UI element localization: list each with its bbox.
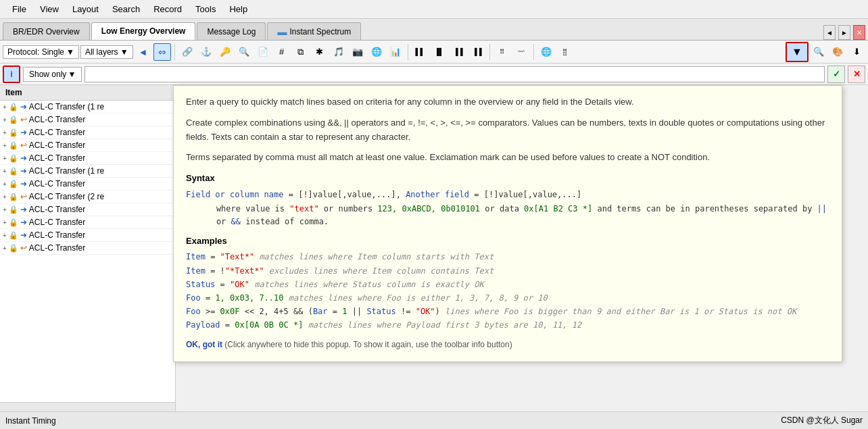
arrow-icon: ➜ (20, 166, 27, 176)
toolbar-doc-btn[interactable]: 📄 (254, 43, 272, 61)
expand-icon[interactable]: + (3, 168, 7, 175)
tab-nav-prev[interactable]: ◄ (823, 25, 836, 40)
arrow-icon: ➜ (20, 218, 27, 227)
query-help-popup[interactable]: Enter a query to quickly match lines bas… (173, 85, 842, 362)
toolbar-globe2-btn[interactable]: 🌐 (537, 43, 555, 61)
nav-back-btn[interactable]: ◄ (135, 43, 152, 61)
toolbar-table-btn[interactable]: 📊 (387, 43, 404, 61)
tab-message-log[interactable]: Message Log (197, 22, 266, 40)
table-row[interactable]: + 🔒 ➜ ACL-C Transfer (0, 203, 175, 216)
toolbar-dots-btn[interactable]: ⣿ (556, 43, 574, 61)
example-4: Foo = 1, 0x03, 7..10 matches lines where… (186, 292, 829, 305)
row-text: ACL-C Transfer (29, 230, 85, 240)
toolbar-filter-btn[interactable]: ▼ (786, 42, 809, 62)
filter-cancel-btn[interactable]: ✕ (848, 66, 865, 83)
toolbar-paint-btn[interactable]: 🎨 (829, 43, 846, 61)
filter-info-btn[interactable]: i (3, 66, 20, 83)
expand-icon[interactable]: + (3, 219, 7, 226)
syntax-title: Syntax (186, 172, 829, 186)
toolbar-asterisk-btn[interactable]: ✱ (311, 43, 329, 61)
toolbar-search-btn[interactable]: 🔍 (235, 43, 253, 61)
expand-icon[interactable]: + (3, 116, 7, 124)
popup-para-1: Enter a query to quickly match lines bas… (186, 95, 829, 109)
expand-icon[interactable]: + (3, 180, 7, 188)
tab-instant-spectrum[interactable]: ▬ Instant Spectrum (267, 22, 361, 40)
table-row[interactable]: + 🔒 ➜ ACL-C Transfer (0, 216, 175, 229)
lock-icon: 🔒 (9, 218, 18, 227)
toolbar-key-btn[interactable]: 🔑 (216, 43, 234, 61)
filter-ok-btn[interactable]: ✓ (827, 66, 845, 83)
expand-icon[interactable]: + (3, 193, 7, 201)
tab-nav-next[interactable]: ► (838, 25, 850, 40)
show-only-dropdown[interactable]: Show only ▼ (23, 67, 82, 82)
tab-low-energy-overview[interactable]: Low Energy Overview (91, 22, 196, 40)
show-only-label: Show only (29, 70, 66, 79)
table-row[interactable]: + 🔒 ➜ ACL-C Transfer (1 re (0, 101, 175, 113)
toolbar-dotgrid-btn[interactable]: ⠿ (493, 43, 511, 61)
toolbar-copy-btn[interactable]: ⧉ (292, 43, 310, 61)
expand-icon[interactable]: + (3, 245, 7, 252)
toolbar-anchor-btn[interactable]: ⚓ (197, 43, 215, 61)
toolbar-sep-3 (489, 44, 490, 60)
lock-icon: 🔒 (9, 244, 18, 253)
toolbar-globe-btn[interactable]: 🌐 (368, 43, 385, 61)
expand-icon[interactable]: + (3, 142, 7, 149)
expand-icon[interactable]: + (3, 206, 7, 213)
toolbar-search2-btn[interactable]: 🔍 (810, 43, 827, 61)
tab-close[interactable]: ✕ (853, 25, 865, 40)
toolbar-bar1-btn[interactable]: ▌▌ (412, 43, 429, 61)
table-row[interactable]: + 🔒 ↩ ACL-C Transfer (0, 242, 175, 255)
menu-tools[interactable]: Tools (189, 1, 222, 17)
toolbar-sep-4 (533, 44, 534, 60)
menu-file[interactable]: File (5, 1, 33, 17)
toolbar-sep-1 (174, 44, 175, 60)
tab-bredr-overview[interactable]: BR/EDR Overview (3, 22, 90, 40)
arrow-icon: ➜ (20, 102, 27, 111)
arrow-icon: ➜ (20, 230, 27, 240)
tab-nav-area: ◄ ► ✕ (823, 25, 865, 40)
menu-record[interactable]: Record (147, 1, 189, 17)
toolbar-link-btn[interactable]: 🔗 (178, 43, 196, 61)
menu-search[interactable]: Search (105, 1, 147, 17)
table-row[interactable]: + 🔒 ↩ ACL-C Transfer (0, 139, 175, 152)
nav-forward-btn[interactable]: ⇔ (153, 43, 171, 61)
toolbar: Protocol: Single ▼ All layers ▼ ◄ ⇔ 🔗 ⚓ … (0, 41, 868, 64)
popup-ok-link[interactable]: OK, got it (186, 340, 222, 349)
layers-select[interactable]: All layers ▼ (80, 45, 133, 59)
table-row[interactable]: + 🔒 ↩ ACL-C Transfer (2 re (0, 191, 175, 203)
expand-icon[interactable]: + (3, 129, 7, 136)
row-text: ACL-C Transfer (29, 218, 85, 227)
toolbar-grid-btn[interactable]: # (273, 43, 291, 61)
toolbar-camera-btn[interactable]: 📷 (349, 43, 366, 61)
table-row[interactable]: + 🔒 ➜ ACL-C Transfer (0, 152, 175, 165)
protocol-arrow: ▼ (66, 47, 74, 57)
row-text: ACL-C Transfer (29, 153, 85, 163)
syntax-where: where value is "text" or numbers 123, 0x… (197, 203, 829, 228)
expand-icon[interactable]: + (3, 155, 7, 162)
toolbar-bar4-btn[interactable]: ▐▐ (468, 43, 486, 61)
toolbar-wave-btn[interactable]: 〰 (512, 43, 530, 61)
example-3: Status = "OK" matches lines where Status… (186, 278, 829, 291)
filter-input[interactable] (85, 66, 825, 82)
toolbar-bar3-btn[interactable]: ▐▐ (450, 43, 467, 61)
toolbar-bar2-btn[interactable]: ▐▌ (431, 43, 448, 61)
table-row[interactable]: + 🔒 ↩ ACL-C Transfer (0, 113, 175, 126)
expand-icon[interactable]: + (3, 103, 7, 111)
toolbar-down-btn[interactable]: ⬇ (848, 43, 865, 61)
row-text: ACL-C Transfer (29, 115, 85, 124)
horizontal-scrollbar[interactable] (0, 402, 175, 411)
table-row[interactable]: + 🔒 ➜ ACL-C Transfer (0, 126, 175, 139)
table-row[interactable]: + 🔒 ➜ ACL-C Transfer (0, 229, 175, 242)
menu-layout[interactable]: Layout (66, 1, 105, 17)
expand-icon[interactable]: + (3, 232, 7, 239)
protocol-select[interactable]: Protocol: Single ▼ (3, 45, 79, 59)
menu-view[interactable]: View (33, 1, 66, 17)
toolbar-note-btn[interactable]: 🎵 (330, 43, 347, 61)
arrow-icon: ↩ (20, 115, 27, 124)
example-6: Payload = 0x[0A 0B 0C *] matches lines w… (186, 319, 829, 332)
popup-para-3: Terms separated by comma must all match … (186, 151, 829, 165)
lock-icon: 🔒 (9, 193, 18, 201)
menu-help[interactable]: Help (222, 1, 254, 17)
table-row[interactable]: + 🔒 ➜ ACL-C Transfer (0, 178, 175, 191)
table-row[interactable]: + 🔒 ➜ ACL-C Transfer (1 re (0, 165, 175, 178)
